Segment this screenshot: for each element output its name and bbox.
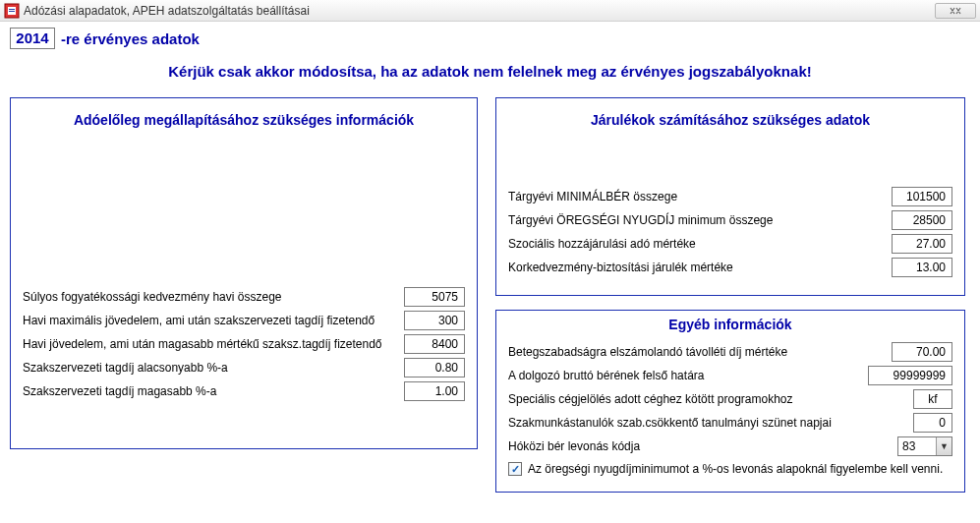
apprentice-label: Szakmunkástanulók szab.csökkentő tanulmá… — [508, 416, 913, 430]
company-label: Speciális cégjelölés adott céghez kötött… — [508, 392, 913, 406]
agepref-input[interactable]: 13.00 — [892, 258, 952, 277]
svg-rect-2 — [9, 9, 15, 10]
midmonth-value: 83 — [898, 439, 936, 453]
agepref-row: Korkedvezmény-biztosítási járulék mérték… — [496, 256, 964, 279]
union-low-row: Szakszervezeti tagdíj alacsonyabb %-a 0.… — [11, 356, 477, 379]
agepref-label: Korkedvezmény-biztosítási járulék mérték… — [508, 261, 892, 274]
sickpay-row: Betegszabadságra elszámolandó távolléti … — [496, 340, 964, 364]
maxincome-row: Havi maximális jövedelem, ami után szaks… — [11, 309, 477, 332]
midmonth-select[interactable]: 83 ▼ — [897, 436, 952, 456]
disability-row: Súlyos fogyatékossági kedvezmény havi ös… — [11, 285, 477, 309]
apprentice-row: Szakmunkástanulók szab.csökkentő tanulmá… — [496, 411, 964, 435]
apprentice-input[interactable]: 0 — [913, 413, 952, 433]
minwage-row: Tárgyévi MINIMÁLBÉR összege 101500 — [496, 185, 964, 208]
midmonth-row: Hóközi bér levonás kódja 83 ▼ — [496, 435, 964, 458]
advance-panel-title: Adóelőleg megállapításához szükséges inf… — [11, 112, 477, 128]
social-row: Szociális hozzájárulási adó mértéke 27.0… — [496, 232, 964, 256]
higherincome-row: Havi jövedelem, ami után magasabb mérték… — [11, 332, 477, 356]
company-row: Speciális cégjelölés adott céghez kötött… — [496, 387, 964, 411]
maxincome-label: Havi maximális jövedelem, ami után szaks… — [23, 314, 404, 327]
app-icon — [4, 3, 20, 19]
grosscap-row: A dolgozó bruttó bérének felső határa 99… — [496, 364, 964, 387]
year-input[interactable]: 2014 — [10, 28, 55, 49]
advance-panel: Adóelőleg megállapításához szükséges inf… — [10, 97, 478, 449]
pension-label: Tárgyévi ÖREGSÉGI NYUGDÍJ minimum összeg… — [508, 213, 892, 227]
pension-checkbox[interactable]: ✓ — [508, 462, 522, 476]
midmonth-label: Hóközi bér levonás kódja — [508, 439, 897, 453]
disability-input[interactable]: 5075 — [404, 287, 465, 307]
contrib-panel: Járulékok számításához szükséges adatok … — [495, 97, 965, 296]
higherincome-input[interactable]: 8400 — [404, 334, 465, 354]
union-low-input[interactable]: 0.80 — [404, 358, 465, 378]
maxincome-input[interactable]: 300 — [404, 311, 465, 330]
title-bar: Adózási alapadatok, APEH adatszolgáltatá… — [0, 0, 980, 22]
window-close-button[interactable] — [935, 3, 976, 19]
window-title: Adózási alapadatok, APEH adatszolgáltatá… — [24, 4, 935, 18]
disability-label: Súlyos fogyatékossági kedvezmény havi ös… — [23, 290, 404, 304]
grosscap-input[interactable]: 99999999 — [868, 366, 952, 385]
pension-checkbox-label: Az öregségi nyugdíjminimumot a %-os levo… — [528, 462, 943, 476]
sickpay-input[interactable]: 70.00 — [892, 342, 952, 362]
union-high-row: Szakszervezeti tagdíj magasabb %-a 1.00 — [11, 379, 477, 403]
sickpay-label: Betegszabadságra elszámolandó távolléti … — [508, 345, 892, 359]
higherincome-label: Havi jövedelem, ami után magasabb mérték… — [23, 337, 404, 351]
pension-input[interactable]: 28500 — [892, 210, 952, 230]
chevron-down-icon[interactable]: ▼ — [936, 437, 951, 455]
year-row: 2014 -re érvényes adatok — [10, 28, 970, 49]
company-input[interactable]: kf — [913, 389, 952, 409]
contrib-panel-title: Járulékok számításához szükséges adatok — [496, 112, 964, 128]
misc-panel: Egyéb információk Betegszabadságra elszá… — [495, 310, 965, 493]
warning-text: Kérjük csak akkor módosítsa, ha az adato… — [10, 63, 970, 80]
svg-rect-3 — [9, 11, 15, 12]
grosscap-label: A dolgozó bruttó bérének felső határa — [508, 369, 868, 382]
social-label: Szociális hozzájárulási adó mértéke — [508, 237, 892, 251]
union-high-label: Szakszervezeti tagdíj magasabb %-a — [23, 384, 404, 398]
union-high-input[interactable]: 1.00 — [404, 381, 465, 401]
social-input[interactable]: 27.00 — [892, 234, 952, 254]
pension-checkbox-row: ✓ Az öregségi nyugdíjminimumot a %-os le… — [496, 458, 964, 480]
year-suffix: -re érvényes adatok — [61, 30, 200, 47]
pension-row: Tárgyévi ÖREGSÉGI NYUGDÍJ minimum összeg… — [496, 208, 964, 232]
minwage-input[interactable]: 101500 — [892, 187, 952, 206]
union-low-label: Szakszervezeti tagdíj alacsonyabb %-a — [23, 361, 404, 375]
content-area: 2014 -re érvényes adatok Kérjük csak akk… — [0, 22, 980, 523]
misc-panel-title: Egyéb információk — [496, 317, 964, 332]
minwage-label: Tárgyévi MINIMÁLBÉR összege — [508, 190, 892, 203]
